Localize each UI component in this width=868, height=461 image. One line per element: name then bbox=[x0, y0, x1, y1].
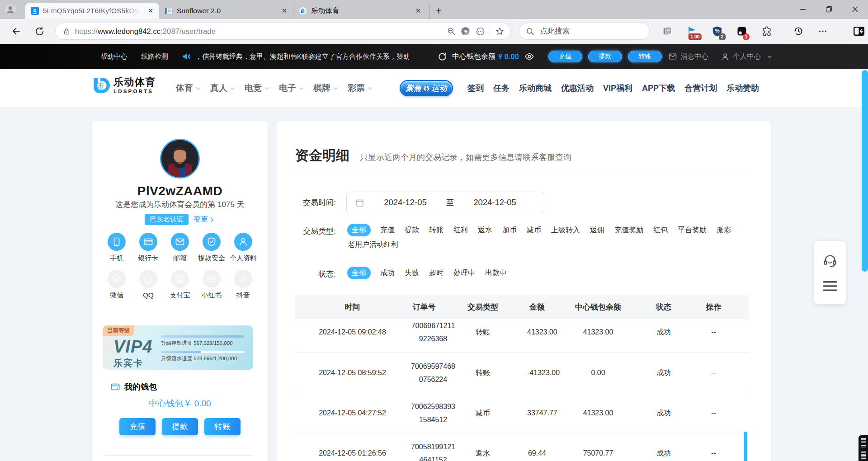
topbar-wallet-button[interactable]: 转账 bbox=[628, 51, 662, 62]
type-chip[interactable]: 红包 bbox=[653, 224, 668, 236]
security-item[interactable]: QQ bbox=[132, 270, 164, 307]
date-range-picker[interactable]: 2024-12-05 至 2024-12-05 bbox=[346, 192, 544, 213]
tab-close-icon[interactable]: ✕ bbox=[414, 7, 422, 15]
nav-link[interactable]: 签到 bbox=[467, 83, 484, 94]
status-chip[interactable]: 全部 bbox=[347, 267, 371, 279]
browser-tab[interactable]: 5LmQ5Yqo5L2T6IKyfOS5kOWKqO ✕ bbox=[25, 3, 159, 19]
type-chip[interactable]: 减币 bbox=[526, 224, 542, 236]
wallet-action-button[interactable]: 转账 bbox=[204, 418, 241, 435]
tracking-prevention-icon[interactable] bbox=[458, 24, 473, 38]
topbar-wallet-button[interactable]: 充值 bbox=[548, 51, 582, 62]
favorite-star-icon[interactable] bbox=[492, 24, 507, 38]
personal-center-link[interactable]: 个人中心 bbox=[721, 52, 773, 61]
user-avatar[interactable] bbox=[160, 139, 200, 179]
flag-extension-button[interactable]: 1.00 bbox=[686, 25, 698, 37]
security-item[interactable]: 微信 bbox=[101, 270, 132, 307]
reload-button[interactable] bbox=[31, 22, 49, 40]
copilot-sidebar-button[interactable] bbox=[850, 22, 868, 40]
browser-profile-button[interactable] bbox=[0, 0, 21, 19]
security-item[interactable]: 小红书 bbox=[196, 270, 227, 307]
security-item[interactable]: 抖音 bbox=[227, 270, 259, 307]
date-from-value[interactable]: 2024-12-05 bbox=[364, 198, 446, 207]
type-chip[interactable]: 返水 bbox=[477, 224, 493, 236]
page-scrollbar-thumb[interactable] bbox=[862, 70, 868, 272]
status-chip[interactable]: 出款中 bbox=[485, 267, 507, 279]
nav-link[interactable]: 任务 bbox=[493, 83, 509, 94]
type-chip[interactable]: 加币 bbox=[502, 224, 517, 236]
nav-menu-item[interactable]: 真人 bbox=[210, 82, 236, 94]
nav-link[interactable]: 优惠活动 bbox=[561, 83, 594, 94]
address-bar[interactable]: https://www.ledong842.cc:2087/user/trade bbox=[55, 23, 511, 40]
type-chip[interactable]: 平台奖励 bbox=[677, 224, 707, 236]
type-chip[interactable]: 上级转入 bbox=[551, 224, 580, 236]
table-scrollbar-thumb[interactable] bbox=[744, 432, 747, 461]
status-chip[interactable]: 失败 bbox=[404, 267, 420, 279]
message-center-label: 消息中心 bbox=[680, 52, 708, 61]
security-item[interactable]: 银行卡 bbox=[132, 233, 164, 270]
nav-link[interactable]: VIP福利 bbox=[603, 83, 632, 94]
wallet-action-button[interactable]: 充值 bbox=[119, 418, 156, 435]
change-avatar-link[interactable]: 变更 bbox=[193, 215, 215, 224]
customer-service-headset-icon[interactable] bbox=[822, 253, 838, 268]
type-chip[interactable]: 转账 bbox=[429, 224, 444, 236]
date-to-value[interactable]: 2024-12-05 bbox=[454, 198, 536, 207]
filter-status-row: 状态: 全部成功失败超时处理中出款中 bbox=[295, 267, 750, 279]
status-chip[interactable]: 处理中 bbox=[453, 267, 476, 279]
floating-menu-icon[interactable] bbox=[822, 280, 838, 292]
tab-close-icon[interactable]: ✕ bbox=[146, 7, 155, 15]
nav-link[interactable]: APP下载 bbox=[642, 83, 675, 94]
tab-close-icon[interactable]: ✕ bbox=[280, 7, 288, 15]
nav-link[interactable]: 合营计划 bbox=[684, 83, 717, 94]
help-center-link[interactable]: 帮助中心 bbox=[100, 52, 127, 61]
security-item-icon bbox=[206, 236, 217, 247]
type-chip[interactable]: 红利 bbox=[453, 224, 468, 236]
type-chip[interactable]: 老用户活动红利 bbox=[347, 238, 399, 251]
topbar-wallet-button[interactable]: 提款 bbox=[588, 51, 622, 62]
nav-link[interactable]: 乐动商城 bbox=[519, 83, 552, 94]
nav-menu-item[interactable]: 电竞 bbox=[245, 82, 270, 94]
zoom-out-icon[interactable] bbox=[444, 24, 458, 38]
type-chip[interactable]: 全部 bbox=[347, 224, 371, 236]
cell-balance: 0.00 bbox=[547, 353, 649, 393]
window-minimize-button[interactable] bbox=[789, 0, 816, 18]
status-chip[interactable]: 成功 bbox=[380, 267, 395, 279]
focus-sports-badge[interactable]: 聚焦 运动 bbox=[400, 80, 453, 96]
back-button[interactable] bbox=[7, 22, 25, 40]
extensions-menu-button[interactable] bbox=[761, 25, 773, 37]
browser-tab[interactable]: 乐动体育 ✕ bbox=[293, 3, 427, 19]
nav-menu-item[interactable]: 电子 bbox=[279, 82, 304, 94]
security-item[interactable]: 提款安全 bbox=[196, 233, 227, 270]
message-center-link[interactable]: 消息中心 bbox=[668, 52, 708, 61]
security-item[interactable]: 手机 bbox=[101, 233, 132, 270]
dark-app-extension-button[interactable]: 1 bbox=[736, 25, 748, 37]
nav-menu-item[interactable]: 棋牌 bbox=[313, 82, 339, 94]
type-chip[interactable]: 派彩 bbox=[716, 224, 731, 236]
wallet-action-button[interactable]: 提款 bbox=[162, 418, 198, 435]
line-check-link[interactable]: 线路检测 bbox=[141, 52, 168, 61]
window-close-button[interactable] bbox=[842, 0, 868, 18]
quick-search-box[interactable]: 点此搜索 bbox=[519, 23, 650, 40]
security-item[interactable]: 支付宝 bbox=[164, 270, 196, 307]
browser-tab[interactable]: Sunflower 2.0 ✕ bbox=[159, 3, 293, 19]
type-chip[interactable]: 充值 bbox=[380, 224, 395, 236]
nav-menu-item[interactable]: 彩票 bbox=[348, 82, 373, 94]
window-restore-button[interactable] bbox=[816, 0, 842, 18]
history-button[interactable] bbox=[789, 22, 807, 40]
type-chip[interactable]: 充值奖励 bbox=[614, 224, 644, 236]
shield-extension-button[interactable]: % 2 bbox=[711, 25, 723, 37]
status-chip[interactable]: 超时 bbox=[429, 267, 444, 279]
ldsports-logo-icon bbox=[92, 77, 110, 94]
toggle-balance-eye-icon[interactable] bbox=[524, 52, 534, 61]
nav-link[interactable]: 乐动赞助 bbox=[726, 83, 759, 94]
more-site-options-icon[interactable] bbox=[473, 24, 487, 38]
split-screen-button[interactable] bbox=[661, 25, 673, 37]
new-tab-button[interactable]: + bbox=[429, 3, 448, 19]
refresh-balance-icon[interactable] bbox=[437, 52, 448, 62]
type-chip[interactable]: 提款 bbox=[404, 224, 420, 236]
security-item[interactable]: 个人资料 bbox=[227, 233, 259, 270]
nav-menu-item[interactable]: 体育 bbox=[176, 82, 201, 94]
type-chip[interactable]: 返佣 bbox=[590, 224, 605, 236]
security-item[interactable]: 邮箱 bbox=[164, 233, 196, 270]
brand-logo[interactable]: 乐动体育 LDSPORTS bbox=[92, 76, 156, 94]
browser-menu-button[interactable] bbox=[814, 22, 832, 40]
